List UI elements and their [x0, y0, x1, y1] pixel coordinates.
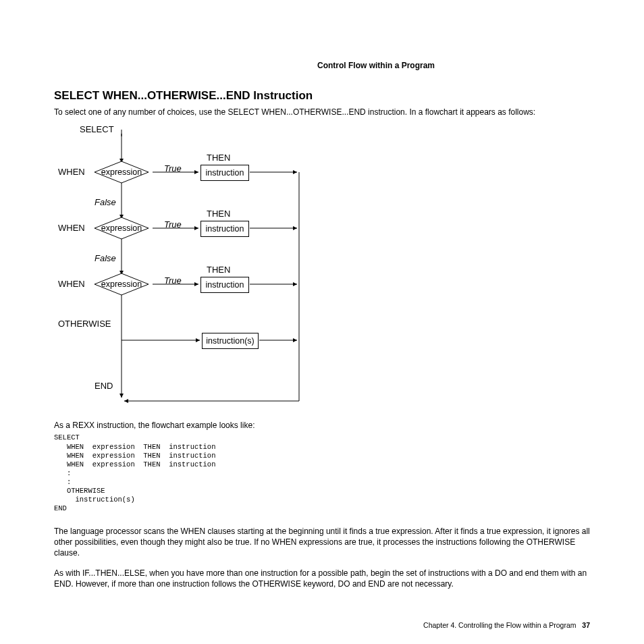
true-label-2: True	[164, 219, 182, 230]
expression-text-1: expression	[95, 163, 149, 182]
false-label-1: False	[95, 197, 116, 207]
instruction-box-2: instruction	[200, 221, 249, 237]
page-content: Control Flow within a Program SELECT WHE…	[54, 61, 590, 599]
running-head: Control Flow within a Program	[54, 61, 590, 70]
then-label-3: THEN	[207, 265, 230, 275]
then-label-2: THEN	[207, 209, 230, 219]
flowchart: SELECT WHEN expression True THEN instruc…	[54, 124, 392, 408]
true-label-1: True	[164, 163, 182, 173]
page-number: 37	[582, 621, 590, 629]
expression-diamond-3: expression	[95, 275, 149, 294]
expression-diamond-1: expression	[95, 163, 149, 182]
expression-diamond-2: expression	[95, 219, 149, 238]
paragraph-2: As with IF...THEN...ELSE, when you have …	[54, 568, 590, 589]
instruction-box-3: instruction	[200, 277, 249, 293]
select-label: SELECT	[80, 124, 114, 134]
paragraph-1: The language processor scans the WHEN cl…	[54, 526, 590, 559]
when-label-3: WHEN	[58, 279, 85, 289]
true-label-3: True	[164, 275, 182, 286]
intro-text: To select one of any number of choices, …	[54, 107, 590, 117]
when-label-1: WHEN	[58, 167, 85, 177]
instructions-box: instruction(s)	[202, 333, 259, 349]
instruction-box-1: instruction	[200, 165, 249, 181]
end-label: END	[95, 381, 113, 391]
code-block: SELECT WHEN expression THEN instruction …	[54, 433, 590, 513]
page-footer: Chapter 4. Controlling the Flow within a…	[54, 621, 644, 629]
then-label-1: THEN	[207, 153, 230, 163]
otherwise-label: OTHERWISE	[58, 319, 111, 329]
false-label-2: False	[95, 253, 116, 263]
expression-text-2: expression	[95, 219, 149, 238]
when-label-2: WHEN	[58, 223, 85, 233]
section-title: SELECT WHEN...OTHERWISE...END Instructio…	[54, 89, 590, 103]
chapter-label: Chapter 4. Controlling the Flow within a…	[423, 621, 576, 629]
expression-text-3: expression	[95, 275, 149, 294]
after-flow-text: As a REXX instruction, the flowchart exa…	[54, 420, 590, 431]
